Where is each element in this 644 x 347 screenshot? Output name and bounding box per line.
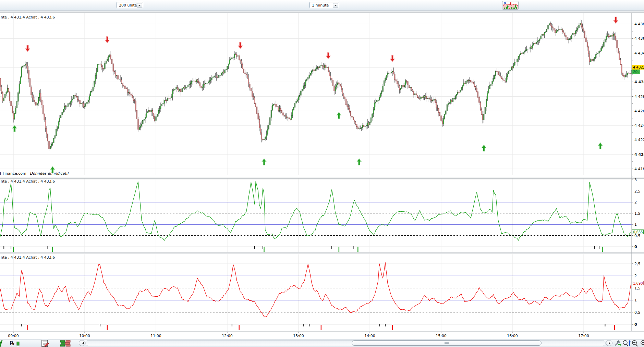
candle-body [582,26,583,29]
candle-body [380,94,381,97]
candle-body [544,32,545,35]
scrollbar-right-button[interactable] [606,340,612,346]
candle-body [619,53,620,60]
candle-body [520,53,521,55]
red-axis-label: 2 [634,274,637,278]
candle-body [580,23,580,25]
candle-body [498,72,498,75]
candle-body [192,81,193,81]
candle-body [182,88,182,92]
period-select[interactable]: 1 minute [309,2,339,8]
candle-body [589,54,590,62]
candle-body [484,114,484,120]
candle-body [332,80,333,86]
candle-body [38,97,39,103]
candle-body [153,113,154,117]
bottom-toolbar: ℞ [0,339,644,347]
candle-body [103,69,104,69]
candle-body [227,66,228,70]
candle-body [601,48,602,51]
chevron-down-icon[interactable] [137,3,142,8]
pointer-arrow-icon[interactable] [0,340,4,347]
candle-body [477,92,478,98]
candle-body [335,87,336,91]
candle-body [386,75,387,78]
candle-body [359,128,360,129]
mini-chart-icon [503,2,518,9]
candle-body [118,76,118,79]
top-toolbar: 200 unités 1 minute [0,0,644,11]
wrench-settings-icon[interactable] [613,340,622,347]
signals-chart-button[interactable] [502,1,519,10]
price-axis-label: 4 438 [634,22,644,26]
candle-body [256,107,257,114]
chevron-down-icon[interactable] [333,3,338,8]
candle-body [222,72,223,73]
candle-body [630,73,630,73]
candle-body [115,72,116,76]
notes-document-icon[interactable] [41,340,50,347]
candle-body [183,87,184,88]
candle-body [298,97,299,100]
candle-body [563,32,564,33]
horizontal-scrollbar[interactable] [85,340,606,346]
red-axis-label: 2,5 [634,262,641,266]
candle-body [221,73,221,75]
candle-body [45,120,46,128]
units-select[interactable]: 200 unités [117,2,143,8]
strategy-candle-icon[interactable]: ℞ [10,340,21,347]
candle-body [581,23,582,27]
candle-body [235,54,236,54]
candle-body [448,103,449,104]
chart-area[interactable]: 4 4384 4364 4344 4324 4304 4284 4264 424… [0,0,644,339]
candle-body [391,72,391,73]
candle-body [273,104,274,105]
candle-body [587,42,587,47]
price-axis-label: 4 428 [634,95,644,99]
green-axis-label: 0,5 [634,234,641,238]
order-book-icon[interactable] [60,340,72,347]
candle-body [113,64,113,71]
candle-body [133,98,134,100]
candle-body [101,64,101,67]
candle-body [271,110,271,117]
candle-body [286,116,287,117]
candle-body [126,88,126,89]
candle-body [625,75,625,77]
candle-body [63,109,63,112]
candle-body [418,98,419,98]
red-axis-label: 1 [634,298,637,302]
candle-body [344,97,345,99]
candle-body [204,84,205,84]
candle-body [592,59,592,61]
scrollbar-thumb[interactable] [352,340,542,346]
candle-body [209,80,210,82]
candle-body [564,33,565,35]
candle-body [429,99,429,99]
candle-body [147,112,148,113]
candle-body [58,122,59,128]
candle-body [246,74,246,75]
candle-body [2,92,3,101]
candle-body [46,128,47,134]
zoom-vertical-icon[interactable] [622,340,631,347]
candle-body [208,82,208,83]
candle-body [356,124,357,127]
candle-body [421,97,421,99]
candle-body [350,111,351,116]
candle-body [207,83,207,84]
candle-body [181,89,181,92]
zoom-out-icon[interactable] [631,340,640,347]
zoom-in-icon[interactable] [640,340,644,347]
candle-body [23,66,23,67]
candle-body [394,74,395,79]
candle-countdown-badge: 20s [632,70,640,74]
candle-body [47,134,48,141]
candle-body [540,36,541,39]
candle-body [551,25,552,27]
candle-body [555,30,556,33]
candle-body [468,80,469,80]
candle-body [288,117,288,118]
candle-body [36,102,36,106]
scrollbar-left-button[interactable] [79,340,85,346]
